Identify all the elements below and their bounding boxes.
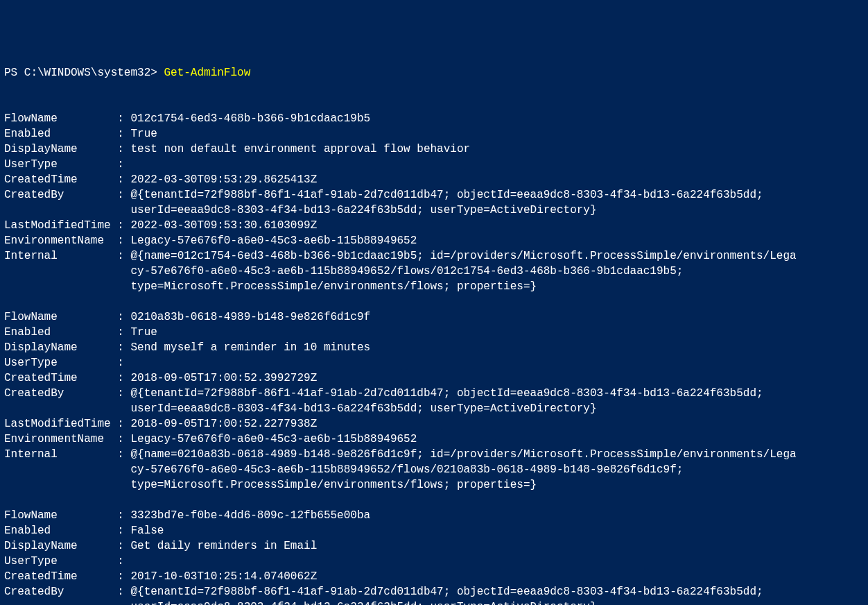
- command-output: FlowName : 012c1754-6ed3-468b-b366-9b1cd…: [4, 112, 797, 605]
- prompt-prefix: PS C:\WINDOWS\system32>: [4, 67, 164, 79]
- command-text: Get-AdminFlow: [164, 67, 250, 79]
- terminal-output[interactable]: PS C:\WINDOWS\system32> Get-AdminFlow Fl…: [4, 65, 868, 605]
